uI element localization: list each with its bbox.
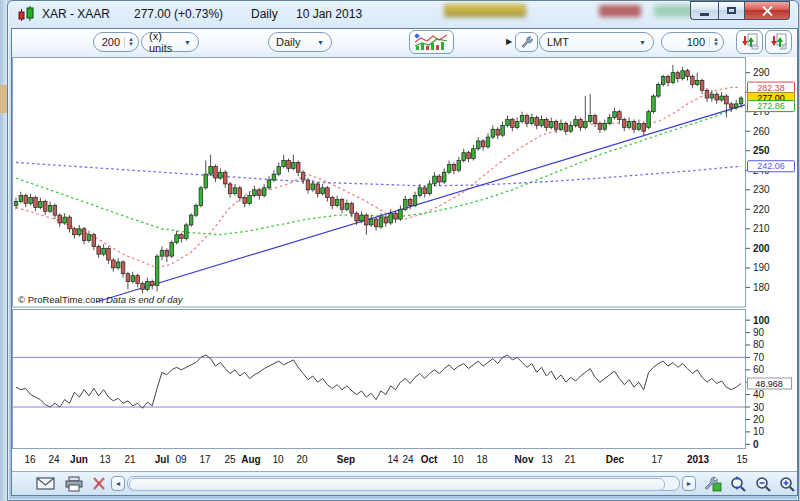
svg-text:17: 17	[651, 454, 663, 465]
svg-text:242.06: 242.06	[757, 161, 785, 171]
svg-text:260: 260	[753, 126, 770, 137]
svg-text:15: 15	[736, 454, 748, 465]
svg-text:10: 10	[452, 454, 464, 465]
svg-text:25: 25	[224, 454, 236, 465]
svg-text:Jul: Jul	[155, 454, 170, 465]
svg-text:2013: 2013	[687, 454, 710, 465]
statusbar: ◄ ►	[12, 471, 797, 495]
svg-text:09: 09	[175, 454, 187, 465]
svg-text:24: 24	[402, 454, 414, 465]
svg-text:272.86: 272.86	[757, 101, 785, 111]
svg-text:200: 200	[753, 243, 770, 254]
titlebar[interactable]: XAR - XAAR 277.00 (+0.73%) Daily 10 Jan …	[8, 1, 798, 28]
svg-text:13: 13	[99, 454, 111, 465]
quantity-value: 100	[668, 36, 709, 48]
svg-text:21: 21	[124, 454, 136, 465]
svg-text:230: 230	[753, 184, 770, 195]
close-button[interactable]	[745, 1, 790, 20]
window-controls	[690, 1, 790, 20]
svg-text:16: 16	[24, 454, 36, 465]
wrench-icon	[520, 35, 534, 49]
email-icon[interactable]	[36, 476, 56, 491]
print-icon[interactable]	[64, 476, 84, 492]
rsi-panel[interactable]	[13, 310, 746, 449]
svg-text:24: 24	[48, 454, 60, 465]
svg-text:282.38: 282.38	[757, 83, 785, 93]
maximize-icon	[727, 7, 736, 14]
svg-text:14: 14	[387, 454, 399, 465]
blurred-background-button	[444, 4, 526, 17]
maximize-button[interactable]	[718, 1, 745, 20]
place-order-stop-button[interactable]	[736, 30, 763, 54]
toolbar: 200 ▲▼ (x) units ▼ Daily ▼	[12, 29, 797, 57]
svg-text:30: 30	[753, 402, 765, 413]
chevron-down-icon: ▼	[317, 39, 324, 46]
zoom-out-icon[interactable]	[754, 476, 774, 493]
mini-chart-icon	[413, 33, 450, 51]
chart-canvas[interactable]: 2902802702602502402302202102001901801009…	[12, 57, 797, 471]
chart-settings-icon[interactable]	[703, 476, 723, 492]
svg-text:Aug: Aug	[241, 454, 260, 465]
spinner-arrows-icon[interactable]: ▲▼	[709, 37, 719, 47]
order-arrows-icon	[769, 33, 788, 51]
svg-text:Nov: Nov	[515, 454, 534, 465]
svg-text:13: 13	[541, 454, 553, 465]
timeframe-dropdown-label: Daily	[276, 36, 300, 48]
title-timeframe: Daily	[251, 1, 278, 27]
order-type-label: LMT	[547, 36, 569, 48]
scroll-right-button[interactable]: ►	[682, 476, 696, 491]
svg-text:Jun: Jun	[70, 454, 88, 465]
svg-text:290: 290	[753, 67, 770, 78]
svg-text:21: 21	[564, 454, 576, 465]
bars-count-value: 200	[100, 36, 124, 48]
spinner-arrows-icon[interactable]: ▲▼	[124, 37, 134, 47]
svg-text:40: 40	[753, 389, 765, 400]
svg-text:10: 10	[272, 454, 284, 465]
scrollbar-thumb[interactable]	[129, 478, 665, 491]
collapse-arrow-icon[interactable]: ▶	[506, 37, 512, 46]
bars-count-spinner[interactable]: 200 ▲▼	[93, 32, 139, 52]
svg-text:220: 220	[753, 204, 770, 215]
svg-text:70: 70	[753, 352, 765, 363]
minimize-button[interactable]	[690, 1, 718, 20]
order-arrows-icon	[740, 33, 759, 51]
svg-text:18: 18	[476, 454, 488, 465]
timeframe-dropdown[interactable]: Daily ▼	[268, 32, 332, 52]
svg-text:0: 0	[753, 439, 759, 450]
zoom-selection-icon[interactable]	[728, 476, 750, 493]
order-settings-button[interactable]	[515, 32, 538, 52]
title-price: 277.00 (+0.73%)	[134, 1, 223, 27]
chart-window-content: 200 ▲▼ (x) units ▼ Daily ▼	[11, 28, 798, 496]
svg-text:90: 90	[753, 327, 765, 338]
rsi-value-label: 48.968	[748, 378, 792, 389]
quantity-spinner[interactable]: 100 ▲▼	[661, 32, 724, 52]
place-order-target-button[interactable]	[765, 30, 792, 54]
svg-text:10: 10	[753, 426, 765, 437]
svg-text:17: 17	[199, 454, 211, 465]
svg-text:100: 100	[753, 315, 770, 326]
units-dropdown-label: (x) units	[149, 30, 184, 54]
chevron-down-icon: ▼	[184, 39, 191, 46]
chevron-down-icon: ▼	[639, 39, 646, 46]
app-window: XAR - XAAR 277.00 (+0.73%) Daily 10 Jan …	[7, 0, 799, 501]
scroll-left-button[interactable]: ◄	[111, 476, 125, 491]
background-window-fragment	[0, 85, 7, 113]
order-type-dropdown[interactable]: LMT ▼	[539, 32, 654, 52]
candlestick-app-icon	[17, 5, 39, 23]
close-icon	[762, 5, 773, 16]
copyright-text: © ProRealTime.com Data is end of day	[18, 294, 184, 305]
svg-text:Dec: Dec	[606, 454, 625, 465]
svg-text:210: 210	[753, 223, 770, 234]
zoom-in-icon[interactable]	[778, 476, 798, 493]
time-scrollbar[interactable]	[127, 476, 680, 491]
units-dropdown[interactable]: (x) units ▼	[141, 32, 199, 52]
cut-disabled-icon	[92, 476, 106, 491]
title-date: 10 Jan 2013	[296, 1, 362, 27]
svg-text:80: 80	[753, 339, 765, 350]
svg-text:250: 250	[753, 145, 770, 156]
svg-text:Sep: Sep	[337, 454, 355, 465]
blurred-background-red	[599, 5, 641, 17]
chart-display-settings-button[interactable]	[409, 30, 454, 54]
svg-text:60: 60	[753, 364, 765, 375]
svg-text:48.968: 48.968	[755, 379, 783, 389]
